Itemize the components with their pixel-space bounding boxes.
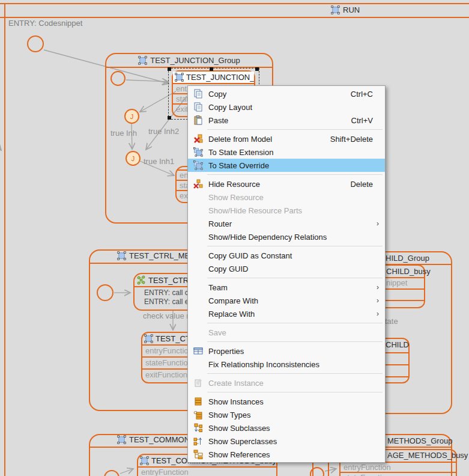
junction-label: J [130,113,134,120]
hide-resource-icon [188,179,208,189]
transition-label-true-inh2: true Inh2 [148,127,179,136]
submenu-arrow-icon: › [377,310,379,318]
state-icon [188,160,208,170]
state-icon [117,251,126,260]
menu-item-fix-relationship-inconsistencies[interactable]: Fix Relationship Inconsistencies [188,358,385,371]
group-child-title: HILD_Group [386,254,429,263]
transition-label-true-inh1: true Inh1 [144,157,174,166]
menu-item-paste[interactable]: Paste Ctrl+V [188,114,385,127]
state-icon [188,147,208,157]
menu-item-team[interactable]: Team › [188,281,385,294]
context-menu: Copy Ctrl+C Copy Layout Paste Ctrl+V Del… [187,85,386,463]
state-row[interactable]: entryFunction [340,462,456,472]
menu-item-copy[interactable]: Copy Ctrl+C [188,87,385,100]
svg-text:C: C [194,410,198,415]
menu-item-show-types[interactable]: C Show Types [188,408,385,421]
delete-from-model-icon [188,134,208,144]
state-child-title: CHILD [386,340,409,349]
create-instance-icon [188,378,208,388]
properties-icon [188,346,208,356]
initial-state-node[interactable] [110,71,126,86]
run-state-left-border [4,3,5,476]
submenu-arrow-icon: › [377,283,379,291]
submenu-arrow-icon: › [377,219,379,228]
initial-state-node[interactable] [97,284,113,301]
menu-item-hide-resource[interactable]: Hide Resource Delete [188,177,385,191]
menu-separator [207,392,383,392]
menu-item-show-hide-dependency-relations[interactable]: Show/Hide Dependency Relations [188,230,385,243]
menu-separator [207,278,383,278]
menu-item-router[interactable]: Router › [188,217,385,230]
group-test-common-title: TEST_COMMON_ [117,435,194,444]
menu-item-show-subclasses[interactable]: Show Subclasses [188,421,385,435]
group-message-methods-title: METHODS_Group [387,436,452,445]
menu-item-create-instance[interactable]: Create Instance [188,376,385,389]
diagram-canvas: RUN ENTRY: Codesnippet TEST_JUNCTION_Gro… [0,0,469,476]
menu-item-to-state-extension[interactable]: To State Extension [188,145,385,159]
state-icon [144,334,153,343]
run-state-top-border [0,3,469,4]
state-child-busy-title: CHILD_busy [386,267,431,276]
submenu-arrow-icon: › [377,296,379,305]
state-icon [331,5,340,14]
menu-item-delete-from-model[interactable]: Delete from Model Shift+Delete [188,132,385,145]
menu-separator [207,341,383,342]
menu-item-to-state-override[interactable]: To State Override [188,159,385,172]
copy-icon [188,89,208,99]
copy-icon [188,102,208,112]
entry-action-label: ENTRY: Codesnippet [8,19,82,28]
state-icon [140,456,149,465]
menu-separator [207,373,383,374]
state-row[interactable]: entryFunction [138,466,276,476]
menu-item-show-superclasses[interactable]: Show Superclasses [188,435,385,448]
menu-separator [207,246,383,246]
state-row[interactable]: stateFunction [340,472,456,476]
menu-separator [207,129,383,130]
selection-handle[interactable] [168,67,171,71]
group-title: TEST_COMMON_ [129,435,194,444]
paste-icon [188,115,208,125]
menu-item-replace-with[interactable]: Replace With › [188,307,385,320]
junction-node[interactable]: J [126,151,141,166]
transition-label-check-value: check value m [143,311,193,320]
menu-item-show-resource[interactable]: Show Resource [188,191,385,204]
menu-item-copy-guid[interactable]: Copy GUID [188,262,385,275]
show-references-icon [188,450,208,459]
run-state-title[interactable]: RUN [331,5,360,14]
transition-label-true-inh: true Inh [110,129,137,138]
state-icon [117,435,126,444]
state-row-text: nippet [386,278,407,287]
group-title: TEST_JUNCTION_Group [150,56,240,65]
show-instances-icon [188,397,208,406]
menu-item-copy-layout[interactable]: Copy Layout [188,100,385,114]
show-superclasses-icon [188,436,208,446]
junction-label: J [132,155,135,162]
selection-handle[interactable] [168,116,171,120]
menu-item-show-hide-resource-parts[interactable]: Show/Hide Resource Parts [188,204,385,217]
menu-item-show-references[interactable]: Show References [188,448,385,461]
state-icon [138,56,147,65]
menu-separator [207,323,383,323]
menu-separator [207,174,383,175]
menu-item-copy-guid-as-constant[interactable]: Copy GUID as Constant [188,249,385,262]
show-subclasses-icon [188,423,208,433]
menu-item-properties[interactable]: Properties [188,344,385,358]
selection-handle[interactable] [210,67,213,71]
run-state-label: RUN [343,5,360,14]
show-types-icon: C [188,410,208,420]
group-test-junction-header: TEST_JUNCTION_Group [106,54,272,68]
class-network-icon [136,275,146,285]
selection-handle[interactable] [255,67,259,71]
menu-item-compare-with[interactable]: Compare With › [188,294,385,307]
run-state-titlebar-border [0,17,469,18]
menu-item-show-instances[interactable]: Show Instances [188,395,385,408]
junction-node[interactable]: J [124,109,139,124]
initial-state-node[interactable] [27,35,44,52]
state-message-methods-busy-title: AGE_METHODS_busy [387,451,468,460]
menu-item-save[interactable]: Save [188,326,385,339]
transition-label-state: tate [385,317,398,326]
